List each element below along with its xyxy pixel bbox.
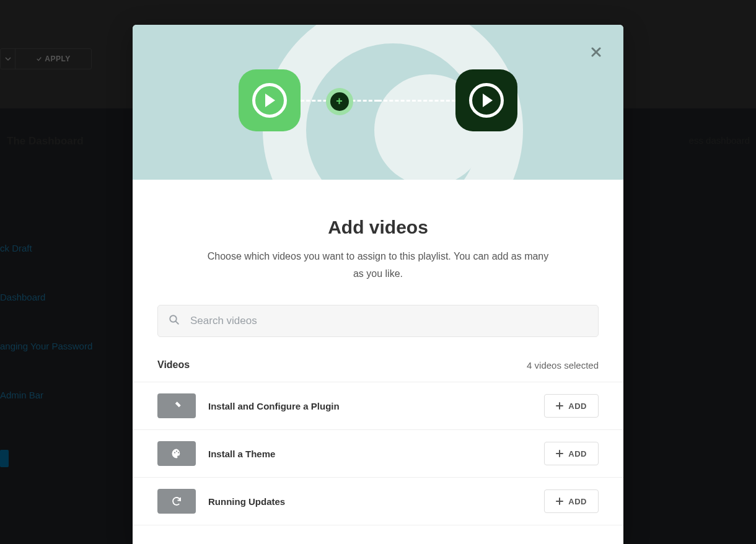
plus-icon (556, 450, 563, 457)
modal-subtitle: Choose which videos you want to assign t… (204, 248, 552, 283)
add-video-button[interactable]: ADD (544, 442, 599, 465)
plug-icon (157, 393, 196, 418)
target-playlist-icon (455, 69, 517, 131)
connector-line (378, 100, 455, 102)
selected-count: 4 videos selected (527, 360, 599, 371)
search-wrap (157, 305, 599, 337)
add-videos-modal: + Add videos Choose which videos you wan… (133, 25, 623, 544)
plus-icon (556, 402, 563, 410)
video-title: Install and Configure a Plugin (196, 401, 544, 411)
video-list: Install and Configure a Plugin ADD Insta… (133, 382, 623, 525)
video-row: Running Updates ADD (133, 478, 623, 525)
search-icon (169, 314, 180, 328)
svg-point-4 (178, 452, 179, 453)
videos-label: Videos (157, 359, 190, 371)
video-list-header: Videos 4 videos selected (157, 359, 599, 382)
search-input[interactable] (157, 305, 599, 337)
plus-icon (556, 498, 563, 505)
svg-point-3 (176, 450, 177, 452)
source-playlist-icon (239, 69, 301, 131)
modal-header-illustration: + (133, 25, 623, 180)
add-video-button[interactable]: ADD (544, 394, 599, 418)
video-title: Running Updates (196, 496, 544, 507)
palette-icon (157, 441, 196, 466)
video-row: Install and Configure a Plugin ADD (133, 382, 623, 430)
refresh-icon (157, 489, 196, 514)
close-icon (591, 47, 601, 57)
video-title: Install a Theme (196, 449, 544, 459)
svg-line-1 (176, 322, 178, 324)
connector-line: + (301, 100, 378, 102)
close-button[interactable] (587, 43, 605, 61)
plus-node-icon: + (326, 88, 353, 115)
modal-title: Add videos (157, 217, 599, 238)
add-video-button[interactable]: ADD (544, 489, 599, 513)
svg-point-2 (174, 452, 175, 453)
video-row: Install a Theme ADD (133, 430, 623, 478)
